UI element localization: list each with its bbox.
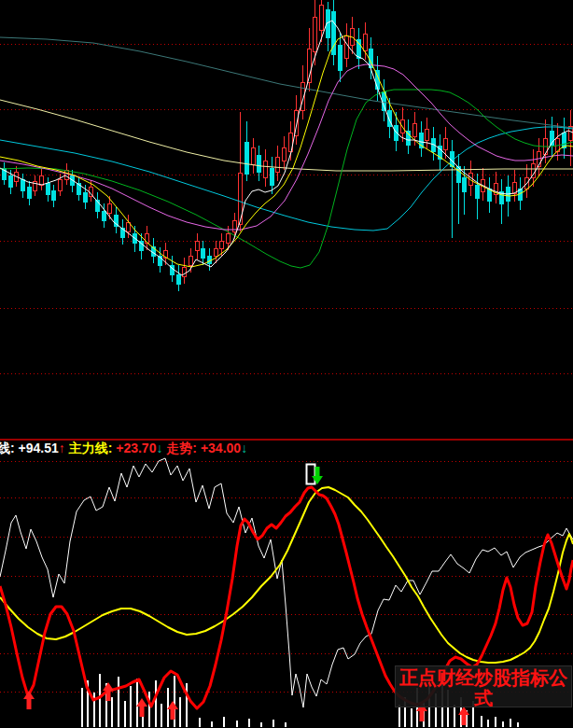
volume-bar (223, 717, 225, 727)
candle-body (9, 176, 13, 188)
candle-body (196, 242, 200, 251)
volume-bar (186, 683, 188, 727)
ma-magenta (0, 64, 573, 230)
volume-bar (510, 719, 511, 727)
candle-body (177, 275, 181, 285)
candle-body (47, 184, 50, 195)
candle-body (463, 178, 467, 192)
volume-bar (179, 697, 181, 727)
candle-body (320, 6, 324, 31)
volume-bar (111, 697, 113, 727)
candle-body (264, 161, 268, 178)
volume-bar (502, 721, 504, 727)
indicator-segment: 主力线: (65, 441, 113, 455)
candle-body (413, 124, 417, 137)
indicator-segment: ↑ (59, 441, 65, 455)
candle-body (189, 257, 193, 266)
candle-body (28, 188, 32, 199)
volume-bar (130, 686, 132, 727)
candle-body (345, 36, 349, 59)
stock-chart-window: 线: +94.51↑ 主力线: +23.70↓ 走势: +34.00↓ 正点财经… (0, 0, 573, 728)
candle-body (84, 193, 88, 203)
volume-bar (411, 708, 412, 727)
candle-body (426, 130, 429, 141)
volume-bar (517, 722, 519, 727)
candles (3, 0, 573, 291)
volume-bar (155, 680, 157, 727)
volume-bar (161, 704, 162, 727)
volume-bar (148, 692, 150, 727)
candle-body (314, 18, 317, 52)
volume-bar (236, 721, 238, 727)
candle-body (339, 46, 342, 71)
candle-body (258, 156, 261, 173)
candle-body (245, 143, 249, 175)
volume-bar (273, 720, 274, 727)
watermark: 正点财经炒股指标公式 www.zdcj.net (395, 665, 572, 707)
candle-body (202, 249, 205, 259)
candle-body (40, 176, 44, 186)
candle-body (220, 242, 224, 249)
candle-body (252, 148, 256, 165)
candle-body (59, 180, 63, 191)
candlestick-panel[interactable] (0, 0, 573, 439)
red-up-arrow-icon (458, 707, 469, 725)
watermark-title: 正点财经炒股指标公式 (396, 667, 571, 707)
volume-bar (398, 705, 400, 727)
volume-bar (495, 717, 496, 727)
candle-body (227, 234, 231, 244)
indicator-segment: +34.00 (197, 441, 241, 455)
indicator-value-bar: 线: +94.51↑ 主力线: +23.70↓ 走势: +34.00↓ (0, 440, 573, 457)
volume-bar (211, 721, 213, 727)
candle-body (183, 268, 187, 277)
indicator-segment: 线: (0, 441, 15, 455)
volume-bar (118, 677, 119, 727)
candle-body (276, 158, 280, 173)
candle-body (103, 212, 106, 221)
indicator-segment: ↓ (241, 441, 247, 455)
candle-body (283, 148, 286, 161)
sell-box-marker (307, 465, 315, 484)
volume-bar (454, 705, 455, 727)
candle-body (271, 169, 274, 186)
volume-bar (199, 718, 201, 727)
green-down-arrow-icon (312, 467, 323, 484)
candle-body (52, 191, 56, 201)
indicator-segment: +23.70 (112, 441, 156, 455)
indicator-segment: 走势: (162, 441, 197, 455)
indicator-segment: +94.51 (15, 441, 59, 455)
volume-bar (99, 674, 101, 727)
candle-body (563, 133, 566, 148)
candle-body (108, 204, 112, 214)
volume-bar (248, 719, 250, 727)
volume-bar (124, 701, 126, 727)
candle-body (215, 249, 218, 257)
candle-body (444, 139, 448, 150)
volume-bar (285, 722, 286, 727)
volume-bar (81, 688, 83, 727)
candle-body (364, 35, 368, 51)
volume-bar (136, 679, 138, 727)
volume-bar (260, 722, 262, 727)
candle-body (233, 221, 237, 232)
candle-body (21, 180, 25, 191)
candle-body (476, 186, 480, 199)
red-up-arrow-icon (23, 691, 35, 709)
volume-bar (481, 716, 482, 727)
ma-teal-long (0, 37, 573, 128)
volume-bar (487, 720, 489, 727)
osc-yellow (0, 487, 573, 663)
